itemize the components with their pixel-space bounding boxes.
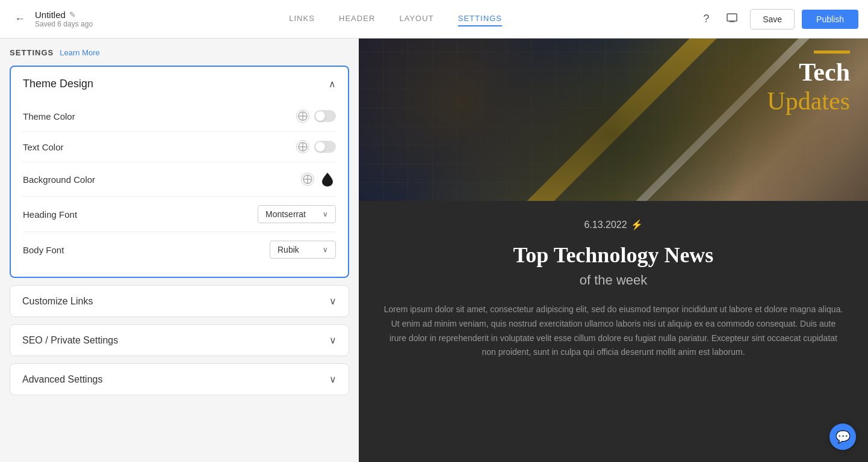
theme-color-row: Theme Color	[23, 101, 336, 132]
body-font-row: Body Font Rubik ∨	[23, 232, 336, 267]
body-font-dropdown[interactable]: Rubik ∨	[270, 241, 336, 259]
edit-title-icon[interactable]: ✎	[69, 10, 76, 19]
body-font-value: Rubik	[277, 245, 299, 254]
customize-links-header[interactable]: Customize Links ∨	[10, 286, 349, 316]
save-button[interactable]: Save	[750, 9, 795, 29]
advanced-settings-title: Advanced Settings	[22, 374, 102, 385]
theme-design-header[interactable]: Theme Design ∧	[11, 67, 348, 101]
bg-color-circle[interactable]	[301, 173, 314, 186]
help-button[interactable]: ?	[698, 10, 714, 28]
background-color-controls	[301, 171, 336, 188]
newsletter-preview: Tech Updates 6.13.2022 ⚡ Top Technology …	[359, 38, 868, 462]
seo-settings-header[interactable]: SEO / Private Settings ∨	[10, 325, 349, 356]
tab-settings[interactable]: SETTINGS	[458, 11, 502, 26]
settings-header: SETTINGS Learn More	[10, 48, 349, 57]
site-title-text: Untitled	[35, 10, 66, 20]
bg-color-swatch[interactable]	[319, 171, 336, 188]
theme-color-circle[interactable]	[296, 109, 309, 123]
theme-design-chevron-up-icon: ∧	[329, 78, 336, 90]
heading-font-row: Heading Font Montserrat ∨	[23, 197, 336, 232]
text-color-row: Text Color	[23, 132, 336, 162]
seo-settings-card: SEO / Private Settings ∨	[10, 324, 349, 356]
main-layout: SETTINGS Learn More Theme Design ∧ Theme…	[0, 38, 868, 462]
left-panel: SETTINGS Learn More Theme Design ∧ Theme…	[0, 38, 359, 462]
back-button[interactable]: ←	[10, 10, 30, 28]
chat-bubble-button[interactable]: 💬	[829, 424, 856, 450]
body-font-chevron-down-icon: ∨	[323, 245, 328, 254]
topbar-left: ← Untitled ✎ Saved 6 days ago	[10, 10, 93, 28]
heading-font-dropdown[interactable]: Montserrat ∨	[258, 205, 336, 223]
seo-settings-chevron-down-icon: ∨	[329, 334, 336, 346]
lightning-icon: ⚡	[631, 219, 643, 230]
content-section: 6.13.2022 ⚡ Top Technology News of the w…	[359, 201, 868, 462]
main-headline: Top Technology News	[383, 242, 844, 268]
background-color-row: Background Color	[23, 162, 336, 197]
topbar-right: ? Save Publish	[698, 9, 858, 29]
theme-color-toggle[interactable]	[314, 110, 336, 122]
preview-button[interactable]	[721, 9, 743, 29]
heading-font-label: Heading Font	[23, 209, 77, 220]
heading-font-value: Montserrat	[265, 209, 306, 219]
body-text: Lorem ipsum dolor sit amet, consectetur …	[383, 303, 844, 360]
settings-title: SETTINGS	[10, 48, 54, 57]
tab-layout[interactable]: LAYOUT	[399, 11, 433, 26]
publish-button[interactable]: Publish	[802, 10, 858, 29]
text-color-toggle[interactable]	[314, 141, 336, 153]
title-group: Untitled ✎ Saved 6 days ago	[35, 10, 93, 28]
tab-header[interactable]: HEADER	[339, 11, 375, 26]
theme-color-controls	[296, 109, 336, 123]
sub-headline: of the week	[383, 273, 844, 288]
customize-links-chevron-down-icon: ∨	[329, 295, 336, 307]
theme-design-rows: Theme Color	[11, 101, 348, 277]
text-color-label: Text Color	[23, 142, 64, 152]
saved-status: Saved 6 days ago	[35, 20, 93, 28]
customize-links-title: Customize Links	[22, 296, 93, 307]
date-line: 6.13.2022 ⚡	[383, 219, 844, 230]
hero-updates-text: Updates	[767, 86, 850, 116]
yellow-accent-bar	[814, 51, 850, 54]
advanced-settings-card: Advanced Settings ∨	[10, 363, 349, 395]
preview-area: Tech Updates 6.13.2022 ⚡ Top Technology …	[359, 38, 868, 462]
heading-font-chevron-down-icon: ∨	[323, 210, 328, 218]
theme-design-card: Theme Design ∧ Theme Color	[10, 66, 349, 278]
customize-links-card: Customize Links ∨	[10, 285, 349, 317]
tabs-nav: LINKSHEADERLAYOUTSETTINGS	[93, 11, 698, 26]
date-text: 6.13.2022	[584, 220, 627, 230]
tab-links[interactable]: LINKS	[289, 11, 315, 26]
theme-design-title: Theme Design	[23, 78, 93, 90]
right-panel: Tech Updates 6.13.2022 ⚡ Top Technology …	[359, 38, 868, 462]
hero-text-overlay: Tech Updates	[767, 51, 850, 117]
topbar: ← Untitled ✎ Saved 6 days ago LINKSHEADE…	[0, 0, 868, 38]
learn-more-link[interactable]: Learn More	[60, 48, 99, 57]
svg-rect-0	[727, 14, 737, 21]
text-color-circle[interactable]	[296, 140, 309, 153]
advanced-settings-header[interactable]: Advanced Settings ∨	[10, 364, 349, 395]
seo-settings-title: SEO / Private Settings	[22, 335, 118, 346]
chat-icon: 💬	[835, 430, 851, 444]
hero-section: Tech Updates	[359, 38, 868, 201]
hero-tech-text: Tech	[767, 58, 850, 86]
body-font-label: Body Font	[23, 245, 64, 255]
theme-color-label: Theme Color	[23, 111, 75, 122]
background-color-label: Background Color	[23, 174, 95, 185]
text-color-controls	[296, 140, 336, 153]
advanced-settings-chevron-down-icon: ∨	[329, 374, 336, 385]
site-title-row: Untitled ✎	[35, 10, 93, 20]
